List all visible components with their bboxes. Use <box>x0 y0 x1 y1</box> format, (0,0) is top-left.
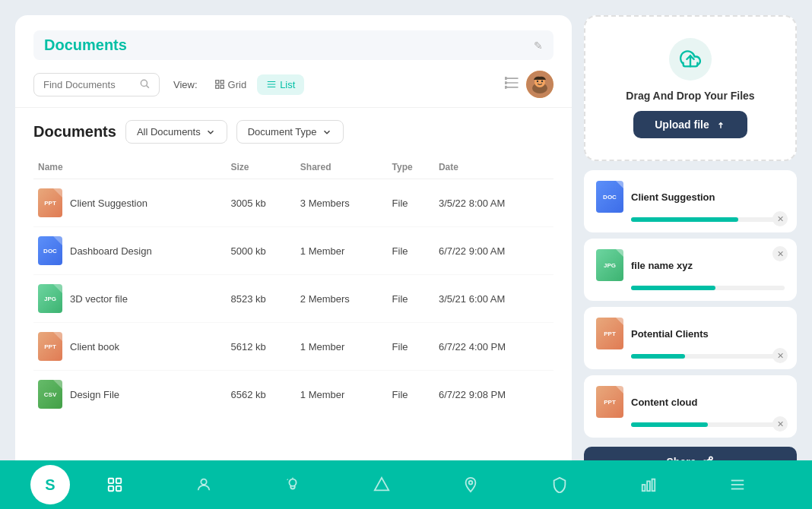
svg-point-22 <box>709 457 712 460</box>
close-icon[interactable]: ✕ <box>772 211 788 226</box>
progress-bar-fill <box>631 422 708 427</box>
document-type-filter[interactable]: Document Type <box>236 120 344 144</box>
progress-bar-fill <box>631 354 685 359</box>
recent-file-icon: JPG <box>596 249 623 281</box>
svg-point-32 <box>289 479 296 486</box>
progress-bar-wrap <box>631 354 785 359</box>
view-toggle: Grid List <box>205 74 305 95</box>
file-date: 6/7/22 9:08 PM <box>434 371 553 419</box>
svg-rect-5 <box>220 85 224 88</box>
svg-line-34 <box>287 479 287 480</box>
file-name-cell: DOC Dashboard Design <box>38 236 221 265</box>
left-panel: Documents ✎ View: <box>15 15 572 479</box>
docs-title-row: Documents ✎ <box>33 30 553 60</box>
close-icon[interactable]: ✕ <box>772 348 788 363</box>
nav-person[interactable] <box>159 476 248 493</box>
svg-point-31 <box>201 479 206 485</box>
recent-file-card: JPG file name xyz ✕ <box>584 239 797 301</box>
svg-point-0 <box>141 80 147 86</box>
col-size: Size <box>226 156 295 179</box>
file-type: File <box>388 275 434 323</box>
table-row[interactable]: PPT Client book 5612 kb 1 Member File 6/… <box>33 323 553 371</box>
file-size: 6562 kb <box>226 371 295 419</box>
file-name-cell: JPG 3D vector file <box>38 284 221 313</box>
file-date: 3/5/22 8:00 AM <box>434 179 553 227</box>
file-icon: JPG <box>38 284 62 313</box>
upload-button[interactable]: Upload file <box>633 111 747 138</box>
col-shared: Shared <box>296 156 388 179</box>
grid-view-button[interactable]: Grid <box>205 74 256 95</box>
recent-files: DOC Client Suggestion ✕ JPG file name xy… <box>584 170 797 438</box>
col-date: Date <box>434 156 553 179</box>
table-row[interactable]: DOC Dashboard Design 5000 kb 1 Member Fi… <box>33 227 553 275</box>
all-documents-filter[interactable]: All Documents <box>125 120 227 144</box>
svg-rect-29 <box>108 486 113 491</box>
nav-chart[interactable] <box>604 476 693 493</box>
recent-file-name: Content cloud <box>631 397 785 408</box>
nav-bulb[interactable] <box>248 476 337 493</box>
search-input[interactable] <box>43 79 135 90</box>
list-icon[interactable] <box>505 75 520 94</box>
svg-rect-38 <box>647 481 650 491</box>
nav-shield[interactable] <box>515 476 604 493</box>
file-size: 5612 kb <box>226 323 295 371</box>
recent-file-card: PPT Content cloud ✕ <box>584 375 797 438</box>
progress-bar-fill <box>631 286 715 290</box>
nav-menu[interactable] <box>693 476 782 493</box>
file-name: Design File <box>70 389 119 400</box>
svg-rect-2 <box>215 81 218 84</box>
list-view-button[interactable]: List <box>257 74 304 95</box>
file-shared: 1 Member <box>296 323 388 371</box>
svg-point-14 <box>505 86 507 88</box>
svg-rect-4 <box>215 85 218 88</box>
table-row[interactable]: JPG 3D vector file 8523 kb 2 Members Fil… <box>33 275 553 323</box>
docs-title: Documents <box>44 36 127 54</box>
file-icon: PPT <box>38 332 62 361</box>
close-icon[interactable]: ✕ <box>772 246 788 261</box>
file-icon: DOC <box>38 236 62 265</box>
progress-bar-fill <box>631 217 738 222</box>
file-name-cell: PPT Client book <box>38 332 221 361</box>
file-type: File <box>388 179 434 227</box>
svg-point-12 <box>505 77 507 79</box>
nav-location[interactable] <box>426 476 515 493</box>
edit-icon[interactable]: ✎ <box>534 40 543 52</box>
upload-drag-text: Drag And Drop Your Files <box>626 90 754 102</box>
table-section: Documents All Documents Document Type Na… <box>15 108 572 479</box>
file-shared: 3 Members <box>296 179 388 227</box>
file-size: 3005 kb <box>226 179 295 227</box>
cloud-upload-icon <box>680 49 701 70</box>
progress-bar-wrap <box>631 217 785 222</box>
nav-home[interactable]: S <box>30 465 70 504</box>
svg-point-19 <box>541 81 543 82</box>
table-header-row: Documents All Documents Document Type <box>33 120 553 144</box>
close-icon[interactable]: ✕ <box>772 416 788 432</box>
file-name: Client Suggestion <box>70 198 147 209</box>
svg-rect-28 <box>116 479 120 483</box>
file-shared: 1 Member <box>296 371 388 419</box>
view-label: View: <box>173 79 198 90</box>
recent-file-name: file name xyz <box>631 260 785 271</box>
svg-rect-39 <box>652 479 655 492</box>
file-icon: CSV <box>38 380 62 409</box>
nav-grid[interactable] <box>70 476 159 493</box>
file-type: File <box>388 323 434 371</box>
svg-rect-3 <box>220 81 224 84</box>
progress-bar-wrap <box>631 422 785 427</box>
upload-icon-wrap <box>669 38 712 81</box>
table-row[interactable]: CSV Design File 6562 kb 1 Member File 6/… <box>33 371 553 419</box>
recent-file-icon: PPT <box>596 386 623 418</box>
table-row[interactable]: PPT Client Suggestion 3005 kb 3 Members … <box>33 179 553 227</box>
file-date: 6/7/22 4:00 PM <box>434 323 553 371</box>
search-bar[interactable] <box>33 73 160 96</box>
file-name: 3D vector file <box>70 293 128 305</box>
table-title: Documents <box>33 123 116 141</box>
recent-file-top: DOC Client Suggestion <box>596 181 785 213</box>
nav-upload[interactable] <box>337 476 426 493</box>
recent-file-icon: DOC <box>596 181 623 213</box>
file-type: File <box>388 371 434 419</box>
avatar[interactable] <box>526 71 553 98</box>
toolbar-right <box>505 71 553 98</box>
bottom-nav: S <box>0 460 812 509</box>
file-name: Dashboard Design <box>70 245 152 257</box>
